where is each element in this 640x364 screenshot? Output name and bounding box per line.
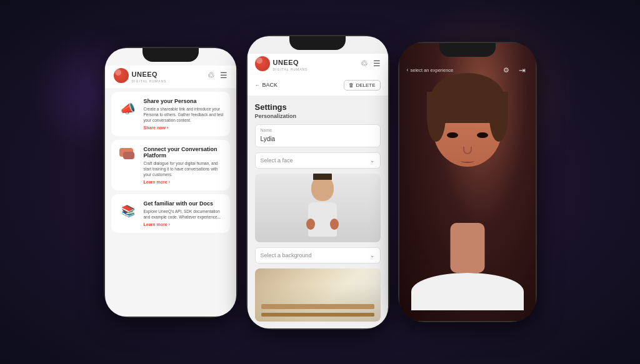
face-eye-left [447, 132, 458, 138]
background-chevron-icon: ⌄ [370, 252, 375, 258]
chat-bubble-secondary [123, 152, 134, 159]
avatar-ear-left [306, 219, 315, 230]
chat-icon-wrap [118, 146, 139, 184]
name-input-group[interactable]: Name Lydia [255, 124, 381, 147]
face-hair-right [489, 92, 508, 142]
scene: UNEEQ DIGITAL HUMANS ♲ ☰ 📣 Sha [0, 0, 640, 364]
learn-more-link-2[interactable]: Learn more › [144, 222, 224, 227]
connect-platform-desc: Craft dialogue for your digital human, a… [144, 160, 224, 177]
logo-sub-2: DIGITAL HUMANS [273, 67, 308, 71]
bg-shelf-1 [261, 304, 374, 309]
background-select-text: Select a background [261, 252, 312, 258]
face-select-text: Select a face [261, 157, 293, 164]
docs-content: Get familiar with our Docs Explore UneeQ… [144, 200, 224, 227]
back-arrow-icon: ← [255, 82, 260, 88]
phone-3-top-bar: ‹ select an experience ⚙ ⇥ [399, 61, 536, 79]
face-shoulders [411, 273, 524, 310]
experience-text: select an experience [411, 67, 454, 73]
phone-2-header: UNEEQ DIGITAL HUMANS ♲ ☰ [248, 54, 388, 75]
share-persona-content: Share your Persona Create a shareable li… [144, 98, 224, 130]
phone-2: UNEEQ DIGITAL HUMANS ♲ ☰ ← BACK [248, 36, 388, 328]
docs-title: Get familiar with our Docs [144, 200, 224, 207]
face-neck [450, 223, 484, 273]
share-persona-card: 📣 Share your Persona Create a shareable … [111, 92, 230, 136]
phone-3-screen: ‹ select an experience ⚙ ⇥ [399, 43, 536, 321]
menu-icon-1[interactable]: ☰ [220, 71, 228, 80]
avatar-ear-right [330, 219, 339, 230]
share-persona-title: Share your Persona [144, 98, 224, 104]
delete-label: DELETE [356, 82, 375, 88]
connect-platform-content: Connect your Conversation Platform Craft… [144, 146, 224, 184]
face-select[interactable]: Select a face ⌄ [255, 152, 381, 169]
docs-desc: Explore UneeQ's API, SDK documentation a… [144, 209, 224, 220]
face-head [430, 73, 505, 164]
settings-body: Settings Personalization Name Lydia Sele… [248, 96, 388, 328]
phone-1-header: UNEEQ DIGITAL HUMANS ♲ ☰ [105, 66, 236, 88]
face-nose [463, 147, 472, 154]
settings-icon[interactable]: ⚙ [501, 64, 512, 76]
phone-3-notch [439, 43, 496, 57]
phone-1-screen: UNEEQ DIGITAL HUMANS ♲ ☰ 📣 Sha [105, 48, 236, 317]
avatar-preview [255, 174, 381, 242]
chat-icon [118, 146, 139, 167]
avatar-head [311, 175, 334, 201]
face-eye-right [477, 132, 488, 138]
logo-icon-2 [255, 56, 270, 71]
connect-platform-card: Connect your Conversation Platform Craft… [111, 140, 230, 190]
face-container [418, 73, 518, 310]
face-chevron-icon: ⌄ [370, 157, 375, 164]
trash-icon: 🗑 [349, 82, 354, 88]
person-icon-2[interactable]: ♲ [361, 59, 368, 68]
phone-3: ‹ select an experience ⚙ ⇥ [399, 43, 536, 321]
avatar-figure [298, 175, 338, 240]
megaphone-icon: 📣 [118, 98, 139, 119]
header-icons-2: ♲ ☰ [361, 59, 381, 68]
connect-platform-title: Connect your Conversation Platform [144, 146, 224, 159]
phone-3-header-actions: ⚙ ⇥ [501, 64, 528, 76]
name-value: Lydia [261, 135, 276, 142]
share-now-link[interactable]: Share now › [144, 125, 224, 130]
docs-icon: 📚 [118, 200, 139, 222]
phone-1: UNEEQ DIGITAL HUMANS ♲ ☰ 📣 Sha [105, 48, 236, 317]
back-label: BACK [262, 82, 278, 88]
delete-button[interactable]: 🗑 DELETE [344, 80, 380, 91]
background-select[interactable]: Select a background ⌄ [255, 247, 381, 263]
docs-card: 📚 Get familiar with our Docs Explore Une… [111, 194, 230, 233]
bg-shelf-2 [261, 313, 374, 317]
uneeq-logo-1: UNEEQ DIGITAL HUMANS [114, 68, 167, 83]
logo-text-1: UNEEQ [132, 71, 158, 78]
menu-icon-2[interactable]: ☰ [373, 59, 381, 68]
chevron-left-icon: ‹ [407, 67, 409, 73]
back-button[interactable]: ← BACK [255, 82, 278, 88]
avatar-3d-face [399, 56, 536, 321]
phone-2-screen: UNEEQ DIGITAL HUMANS ♲ ☰ ← BACK [248, 36, 388, 328]
person-icon-1[interactable]: ♲ [208, 71, 215, 80]
exit-icon[interactable]: ⇥ [517, 64, 528, 76]
header-icons-1: ♲ ☰ [208, 71, 228, 80]
logo-icon-1 [114, 68, 129, 83]
face-mouth [461, 159, 474, 163]
phone-1-notch [142, 48, 199, 62]
logo-sub-1: DIGITAL HUMANS [132, 79, 167, 83]
logo-text-2: UNEEQ [273, 59, 299, 66]
uneeq-logo-2: UNEEQ DIGITAL HUMANS [255, 56, 308, 71]
face-hair-left [427, 92, 446, 142]
settings-toolbar: ← BACK 🗑 DELETE [248, 75, 388, 96]
megaphone-icon-wrap: 📣 [118, 98, 139, 130]
background-preview [255, 268, 381, 322]
phone-2-notch [289, 36, 346, 50]
name-label: Name [261, 128, 375, 132]
share-persona-desc: Create a shareable link and introduce yo… [144, 106, 224, 123]
settings-section: Personalization [255, 113, 381, 119]
experience-label: ‹ select an experience [407, 67, 454, 73]
docs-icon-wrap: 📚 [118, 200, 139, 227]
settings-title: Settings [255, 102, 381, 112]
learn-more-link-1[interactable]: Learn more › [144, 180, 224, 184]
